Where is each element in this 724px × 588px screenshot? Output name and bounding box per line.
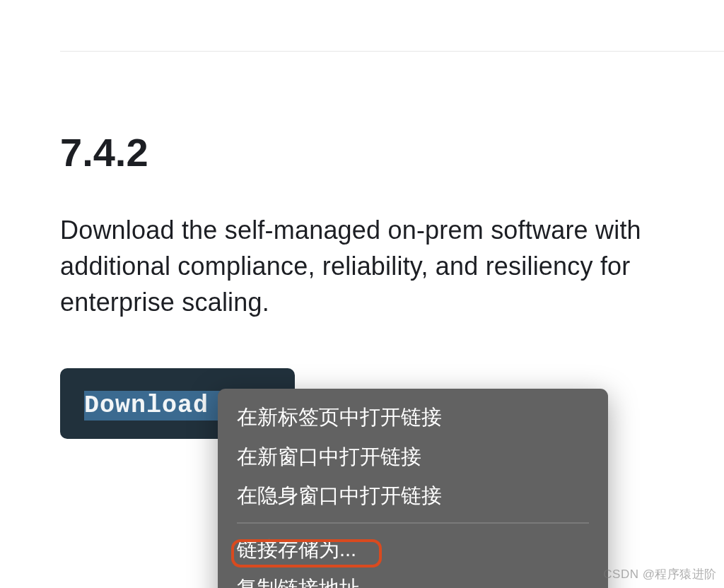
context-menu-open-incognito[interactable]: 在隐身窗口中打开链接 [218, 476, 608, 516]
context-menu-copy-link-address[interactable]: 复制链接地址 [218, 569, 608, 588]
horizontal-divider [60, 51, 724, 52]
watermark-text: CSDN @程序猿进阶 [603, 566, 717, 582]
context-menu: 在新标签页中打开链接 在新窗口中打开链接 在隐身窗口中打开链接 链接存储为...… [218, 389, 608, 588]
description-text: Download the self-managed on-prem softwa… [60, 212, 664, 320]
version-heading: 7.4.2 [60, 129, 664, 175]
context-menu-divider [237, 522, 589, 524]
context-menu-open-new-window[interactable]: 在新窗口中打开链接 [218, 437, 608, 477]
context-menu-save-link-as[interactable]: 链接存储为... [218, 530, 608, 570]
context-menu-open-new-tab[interactable]: 在新标签页中打开链接 [218, 398, 608, 437]
